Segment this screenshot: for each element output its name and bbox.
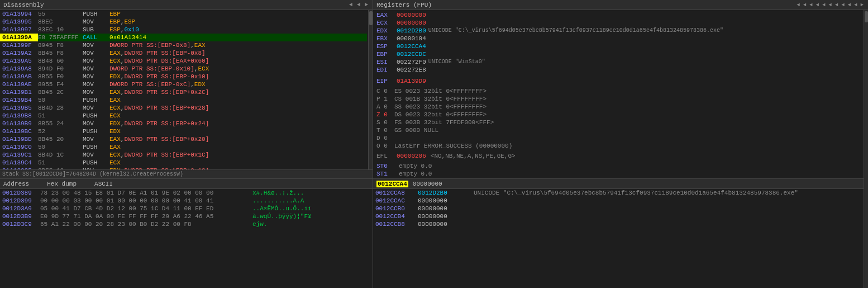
scrollbar-thumb[interactable] [369, 11, 373, 25]
reg-nav-btn[interactable]: ◄ [808, 2, 813, 8]
flags-line-o: O 0 LastErr ERROR_SUCCESS (00000000) [376, 142, 865, 150]
row-operands: ECX [109, 159, 367, 167]
hex-row-ascii: x#.H&ø..¡.ž... [252, 189, 373, 197]
reg-nav-btn[interactable]: ◄ [802, 2, 807, 8]
stack-row[interactable]: 0012CCB8 00000000 [373, 220, 868, 228]
stack-row-val: 00000000 [418, 205, 474, 213]
row-addr: 01A139C4 [0, 159, 38, 167]
nav-arrow-1[interactable]: ◄ [348, 2, 354, 8]
disasm-row[interactable]: 01A139B1 8B45 2C MOV EAX,DWORD PTR SS:[E… [0, 88, 367, 96]
hex-col-ascii: ASCII [94, 181, 113, 187]
flags-line-p: P 1 CS 001B 32bit 0<FFFFFFFF> [376, 95, 865, 103]
reg-nav-btn[interactable]: ► [860, 2, 865, 8]
row-bytes: 8B45 2C [38, 88, 83, 96]
hex-row-addr: 0012D3C9 [0, 220, 40, 228]
nav-arrow-3[interactable]: ► [364, 2, 369, 8]
flag-d-label: D 0 [376, 134, 388, 142]
row-addr: 01A1399F [0, 41, 38, 49]
hex-row[interactable]: 0012D389 78 23 00 48 15 E8 01 D7 0E A1 0… [0, 189, 373, 197]
disasm-row[interactable]: 01A1399A E8 75FAFFFF CALL 0x01A13414 [0, 34, 367, 41]
flags-line-s: S 0 FS 003B 32bit 7FFDF000<FFF> [376, 119, 865, 126]
hex-row-ascii: ..A×ËMÒ..u.Ô..ïí [252, 205, 373, 213]
disasm-scrollbar[interactable] [368, 10, 373, 178]
reg-st0: ST0empty 0.0 [376, 162, 865, 170]
reg-nav-btn[interactable]: ◄ [840, 2, 845, 8]
reg-ecx-line: ECX 00000000 [376, 19, 865, 27]
row-bytes: 8B55 F0 [38, 73, 83, 81]
stack-header-val: 00000000 [413, 181, 442, 187]
hex-row[interactable]: 0012D3A9 05 00 41 D7 CB 4D D2 12 00 75 1… [0, 205, 373, 213]
row-addr: 01A139A5 [0, 57, 38, 65]
nav-arrow-2[interactable]: ◄ [356, 2, 361, 8]
stack-row[interactable]: 0012CCB0 00000000 [373, 205, 868, 213]
disasm-row[interactable]: 01A139AE 8955 F4 MOV DWORD PTR SS:[EBP-0… [0, 81, 367, 88]
disasm-row[interactable]: 01A139B5 8B4D 28 MOV ECX,DWORD PTR SS:[E… [0, 104, 367, 112]
disasm-row[interactable]: 01A139A5 8B48 60 MOV ECX,DWORD PTR DS:[E… [0, 57, 367, 65]
hex-row[interactable]: 0012D3B9 E0 9D 77 71 DA 0A 00 FE FF FF F… [0, 213, 373, 220]
hex-content: 0012D389 78 23 00 48 15 E8 01 D7 0E A1 0… [0, 189, 373, 288]
row-mnemonic: PUSH [83, 10, 109, 18]
reg-nav-btn[interactable]: ◄ [853, 2, 858, 8]
hex-row-data: 05 00 41 D7 CB 4D D2 12 00 75 1C D4 11 0… [40, 205, 252, 213]
flag-c-label: C 0 [376, 87, 388, 95]
disasm-row[interactable]: 01A139BD 8B45 20 MOV EAX,DWORD PTR SS:[E… [0, 135, 367, 143]
disasm-row[interactable]: 01A139C1 8B4D 1C MOV ECX,DWORD PTR SS:[E… [0, 151, 367, 159]
row-mnemonic: CALL [83, 34, 109, 41]
flag-z-detail: DS 0023 32bit 0<FFFFFFFF> [394, 111, 487, 119]
flag-t-detail: GS 0000 NULL [394, 126, 438, 134]
row-mnemonic: MOV [83, 49, 109, 57]
reg-st1: ST1empty 0.0 [376, 170, 865, 178]
row-bytes: 50 [38, 96, 83, 104]
hex-row[interactable]: 0012D399 00 00 00 03 00 00 01 00 00 00 0… [0, 197, 373, 205]
reg-nav-btn[interactable]: ◄ [847, 2, 852, 8]
row-bytes: 8B45 20 [38, 135, 83, 143]
row-mnemonic: MOV [83, 41, 109, 49]
reg-eip-val: 01A139D9 [397, 77, 426, 85]
reg-nav-btn[interactable]: ◄ [821, 2, 826, 8]
reg-nav-btn[interactable]: ◄ [834, 2, 839, 8]
stack-row[interactable]: 0012CCB4 00000000 [373, 213, 868, 220]
hex-row[interactable]: 0012D3C9 65 A1 22 00 00 20 28 23 00 B0 D… [0, 220, 373, 228]
disasm-row[interactable]: 01A13997 83EC 10 SUB ESP,0x10 [0, 26, 367, 34]
reg-nav-btn[interactable]: ◄ [815, 2, 820, 8]
disasm-row[interactable]: 01A139BC 52 PUSH EDX [0, 128, 367, 135]
disasm-row[interactable]: 01A1399F 8945 F8 MOV DWORD PTR SS:[EBP-0… [0, 41, 367, 49]
reg-efl-flags: <NO,NB,NE,A,NS,PE,GE,G> [431, 152, 516, 160]
flag-p-detail: CS 001B 32bit 0<FFFFFFFF> [394, 95, 487, 103]
stack-row[interactable]: 0012CCAC 00000000 [373, 197, 868, 205]
row-operands: DWORD PTR SS:[EBP-0xC],EDX [109, 81, 367, 88]
disasm-row[interactable]: 01A13995 8BEC MOV EBP,ESP [0, 18, 367, 26]
stack-row-comment [474, 220, 868, 228]
hex-row-ascii: à.wqÚ..þÿÿÿ)¦"F¥ [252, 213, 373, 220]
stack-row[interactable]: 0012CCA8 0012D2B0 UNICODE "C:\_virus\5f6… [373, 189, 868, 197]
flag-z-label: Z 0 [376, 111, 388, 119]
reg-ebx-line: EBX 00000104 [376, 35, 865, 43]
disasm-row[interactable]: 01A139B8 51 PUSH ECX [0, 112, 367, 120]
row-mnemonic: MOV [83, 18, 109, 26]
row-addr: 01A139A2 [0, 49, 38, 57]
flag-t-label: T 0 [376, 126, 388, 134]
row-addr: 01A139B1 [0, 88, 38, 96]
disasm-row[interactable]: 01A139C4 51 PUSH ECX [0, 159, 367, 167]
disasm-row[interactable]: 01A13994 55 PUSH EBP [0, 10, 367, 18]
stack-row-val: 0012D2B0 [418, 189, 474, 197]
disasm-row[interactable]: 01A139A2 8B45 F8 MOV EAX,DWORD PTR SS:[E… [0, 49, 367, 57]
registers-title: Registers (FPU) [376, 2, 432, 8]
disasm-row[interactable]: 01A139A8 894D F0 MOV DWORD PTR SS:[EBP-0… [0, 65, 367, 73]
disasm-row[interactable]: 01A139B4 50 PUSH EAX [0, 96, 367, 104]
reg-nav-btn[interactable]: ◄ [828, 2, 833, 8]
flags-line-a: A 0 SS 0023 32bit 0<FFFFFFFF> [376, 103, 865, 111]
disasm-row[interactable]: 01A139C0 50 PUSH EAX [0, 143, 367, 151]
row-addr: 01A139B4 [0, 96, 38, 104]
hex-row-ascii: ...........A.A [252, 197, 373, 205]
reg-eax-label: EAX [376, 11, 394, 19]
row-addr: 01A13994 [0, 10, 38, 18]
disasm-row[interactable]: 01A139B9 8B55 24 MOV EDX,DWORD PTR SS:[E… [0, 120, 367, 128]
row-operands: EAX [109, 143, 367, 151]
reg-ebp-line: EBP 0012CCDC [376, 50, 865, 58]
disasm-row[interactable]: 01A139AB 8B55 F0 MOV EDX,DWORD PTR SS:[E… [0, 73, 367, 81]
reg-ecx-val: 00000000 [397, 19, 426, 27]
row-bytes: 894D F0 [38, 65, 83, 73]
stack-row-comment [474, 205, 868, 213]
reg-nav-btn[interactable]: ◄ [796, 2, 801, 8]
